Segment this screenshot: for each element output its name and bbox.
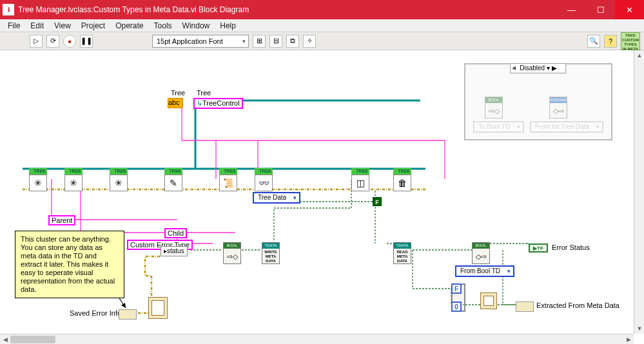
disabled-diagram-structure[interactable]: Disabled ▾ ▶ BOOL⇨◇ To Bool TD INTEGER◇⇨… bbox=[464, 63, 612, 140]
scroll-right-icon[interactable]: ▶ bbox=[623, 334, 634, 344]
run-button[interactable]: ▷ bbox=[30, 35, 43, 48]
tree-str-label: Tree bbox=[171, 89, 185, 97]
window-title: Tree Manager.lvclass:Custom Types in Met… bbox=[18, 5, 557, 14]
pause-button[interactable]: ❚❚ bbox=[80, 35, 93, 48]
to-bool-subvi[interactable]: BOOL⇨◇ bbox=[223, 242, 241, 264]
saved-error-info-terminal[interactable] bbox=[119, 309, 137, 320]
parent-label[interactable]: Parent bbox=[48, 215, 75, 225]
tree-node-5[interactable]: TREE📜 bbox=[219, 168, 237, 191]
menu-project[interactable]: Project bbox=[77, 20, 109, 32]
search-button[interactable]: 🔍 bbox=[587, 35, 600, 48]
reorder-button[interactable]: ⧉ bbox=[286, 35, 299, 48]
tree-node-2[interactable]: TREE✳ bbox=[64, 168, 83, 191]
from-bool-td-dropdown[interactable]: From Bool TD bbox=[455, 265, 514, 277]
read-meta-data-subvi[interactable]: TDATAREAD META DATA bbox=[393, 242, 411, 264]
for-loop-i[interactable]: 0 bbox=[451, 301, 462, 312]
comment-cluster-note[interactable]: This cluster can be anything. You can st… bbox=[15, 231, 124, 298]
menu-tools[interactable]: Tools bbox=[150, 20, 176, 32]
child-label[interactable]: Child bbox=[164, 228, 187, 238]
error-status-indicator[interactable]: ▶TF bbox=[529, 244, 548, 253]
tree-data-dropdown[interactable]: Tree Data bbox=[253, 192, 300, 204]
font-selector[interactable]: 15pt Application Font bbox=[152, 35, 249, 48]
for-loop-n[interactable]: F bbox=[451, 283, 462, 294]
ghost-to-bool-subvi: BOOL⇨◇ bbox=[485, 97, 503, 119]
tree-node-3[interactable]: TREE✳ bbox=[110, 168, 128, 191]
tree-node-4[interactable]: TREE✎ bbox=[164, 168, 182, 191]
ghost-from-int-dropdown: From Int Tree Data bbox=[530, 121, 603, 133]
saved-error-info-label: Saved Error Info bbox=[70, 309, 121, 317]
menu-view[interactable]: View bbox=[50, 20, 75, 32]
status-label[interactable]: ▸status bbox=[161, 246, 188, 256]
scroll-down-icon[interactable]: ▼ bbox=[634, 323, 644, 334]
tree-node-8[interactable]: TREE🗑 bbox=[393, 168, 411, 191]
hscroll-thumb[interactable] bbox=[10, 336, 55, 343]
tree-ctrl-label: Tree bbox=[197, 89, 211, 97]
distribute-button[interactable]: ⊟ bbox=[269, 35, 282, 48]
align-button[interactable]: ⊞ bbox=[253, 35, 266, 48]
write-meta-data-subvi[interactable]: TDATAWRITE META DATA bbox=[262, 242, 280, 264]
cleanup-button[interactable]: ✧ bbox=[303, 35, 316, 48]
disabled-selector[interactable]: Disabled ▾ ▶ bbox=[510, 63, 566, 73]
vi-icon[interactable]: TREE CUSTOM TYPES IN META bbox=[621, 32, 640, 50]
unbundle-node[interactable] bbox=[480, 292, 497, 309]
error-status-label: Error Status bbox=[552, 244, 590, 251]
tree-control-name[interactable]: ↳TreeControl bbox=[193, 98, 243, 109]
abort-button[interactable]: ● bbox=[63, 35, 76, 48]
toolbar: ▷ ⟳ ● ❚❚ 15pt Application Font ⊞ ⊟ ⧉ ✧ 🔍… bbox=[0, 32, 644, 50]
menu-help[interactable]: Help bbox=[216, 20, 240, 32]
tree-node-7[interactable]: TREE◫ bbox=[351, 168, 369, 191]
tree-string-terminal[interactable]: abc bbox=[168, 98, 183, 108]
scroll-left-icon[interactable]: ◀ bbox=[0, 334, 10, 344]
maximize-button[interactable]: ☐ bbox=[586, 0, 615, 19]
from-bool-subvi[interactable]: BOOL◇⇨ bbox=[472, 242, 490, 264]
for-loop[interactable]: F 0 bbox=[451, 283, 465, 312]
menu-edit[interactable]: Edit bbox=[26, 20, 48, 32]
tree-node-1[interactable]: TREE✳ bbox=[29, 168, 47, 191]
menu-file[interactable]: File bbox=[4, 20, 24, 32]
run-continuous-button[interactable]: ⟳ bbox=[46, 35, 59, 48]
block-diagram-canvas[interactable]: Tree abc Tree ↳TreeControl TREE✳ TREE✳ T… bbox=[0, 50, 644, 334]
horizontal-scrollbar[interactable]: ◀ ▶ bbox=[0, 334, 634, 344]
menu-bar: File Edit View Project Operate Tools Win… bbox=[0, 19, 644, 32]
ghost-to-bool-dropdown: To Bool TD bbox=[473, 121, 524, 133]
close-button[interactable]: ✕ bbox=[615, 0, 644, 19]
extracted-terminal[interactable] bbox=[516, 301, 534, 312]
ghost-from-int-subvi: INTEGER◇⇨ bbox=[549, 97, 567, 119]
context-help-button[interactable]: ? bbox=[604, 35, 617, 48]
extracted-label: Extracted From Meta Data bbox=[536, 301, 620, 309]
menu-operate[interactable]: Operate bbox=[112, 20, 147, 32]
minimize-button[interactable]: — bbox=[557, 0, 586, 19]
app-icon: ℹ bbox=[3, 4, 14, 15]
tree-node-6[interactable]: TREE👓 bbox=[255, 168, 273, 191]
bool-const-f[interactable]: F bbox=[373, 197, 382, 206]
menu-window[interactable]: Window bbox=[179, 20, 214, 32]
vertical-scrollbar[interactable]: ▲ ▼ bbox=[634, 50, 644, 334]
bundle-node[interactable] bbox=[148, 297, 168, 319]
scroll-up-icon[interactable]: ▲ bbox=[634, 50, 644, 61]
